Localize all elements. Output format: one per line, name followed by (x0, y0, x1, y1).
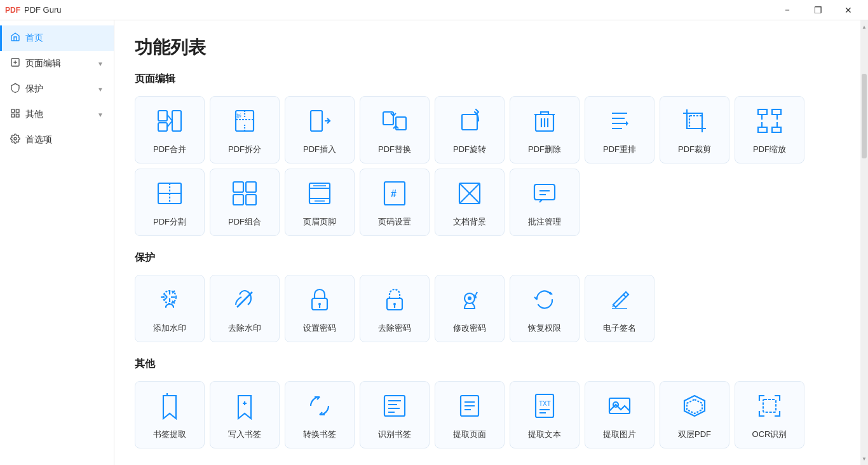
rotate-icon (456, 107, 484, 139)
feature-extract-text[interactable]: TXT 提取文本 (510, 381, 580, 448)
svg-rect-2 (16, 109, 19, 113)
window-controls: － ❐ ✕ (773, 0, 863, 20)
addwatermark-icon (156, 286, 184, 317)
arrow-icon: ▼ (97, 60, 104, 67)
changepassword-icon (456, 286, 484, 317)
svg-rect-14 (462, 115, 477, 130)
feature-label-identifybookmark: 识别书签 (378, 429, 411, 440)
app-title: PDF Guru (24, 5, 62, 15)
identifybookmark-icon (381, 392, 409, 424)
feature-label-extracttext: 提取文本 (528, 429, 561, 440)
svg-rect-36 (384, 396, 405, 416)
feature-ocr[interactable]: OCR识别 (735, 381, 804, 448)
feature-label-replace: PDF替换 (378, 144, 411, 155)
feature-label-duallayer: 双层PDF (678, 429, 711, 440)
main-container: 首页 页面编辑 ▼ 保护 ▼ 其他 ▼ 首选 (0, 20, 868, 465)
sidebar-item-home[interactable]: 首页 (0, 25, 114, 51)
svg-rect-6 (158, 111, 167, 121)
feature-set-password[interactable]: 设置密码 (285, 275, 355, 342)
page-title: 功能列表 (135, 36, 840, 60)
scrollbar: ▲ ▼ (860, 20, 868, 465)
insert-icon (306, 107, 334, 139)
svg-rect-1 (11, 109, 15, 113)
feature-label-zoom: PDF缩放 (753, 144, 786, 155)
home-icon (10, 32, 20, 45)
content-area: 功能列表 页面编辑 PDF合并 拆 PDF拆分 (114, 20, 860, 465)
feature-pdf-merge[interactable]: PDF合并 (135, 96, 205, 163)
pagenum-icon: # (381, 179, 409, 211)
feature-pdf-split[interactable]: 拆 PDF拆分 (210, 96, 280, 163)
sidebar-label-page-edit: 页面编辑 (25, 58, 61, 69)
feature-remove-password[interactable]: 去除密码 (360, 275, 430, 342)
setpassword-icon (306, 286, 334, 317)
feature-page-num[interactable]: # 页码设置 (360, 169, 430, 236)
feature-pdf-insert[interactable]: PDF插入 (285, 96, 355, 163)
crop-icon (681, 107, 709, 139)
feature-restore-rights[interactable]: 恢复权限 (510, 275, 580, 342)
esign-icon (606, 286, 634, 317)
feature-label-docbg: 文档背景 (453, 216, 486, 228)
feature-label-writebookmark: 写入书签 (228, 429, 261, 440)
feature-e-sign[interactable]: 电子签名 (585, 275, 654, 342)
replace-icon (381, 107, 409, 139)
edit-icon (10, 57, 20, 70)
zoom-icon (756, 107, 783, 139)
svg-rect-44 (763, 399, 776, 412)
feature-label-bookmarkextract: 书签提取 (153, 429, 186, 440)
feature-label-split: PDF拆分 (228, 144, 261, 155)
svg-rect-8 (172, 111, 181, 131)
arrow-other-icon: ▼ (97, 111, 104, 118)
restore-button[interactable]: ❐ (803, 0, 832, 20)
feature-change-password[interactable]: 修改密码 (435, 275, 505, 342)
feature-extract-image[interactable]: 提取图片 (585, 381, 654, 448)
svg-point-33 (393, 303, 396, 305)
feature-add-watermark[interactable]: 添加水印 (135, 275, 205, 342)
feature-pdf-rotate[interactable]: PDF旋转 (435, 96, 505, 163)
feature-doc-bg[interactable]: 文档背景 (435, 169, 505, 236)
feature-pdf-replace[interactable]: PDF替换 (360, 96, 430, 163)
svg-rect-11 (311, 111, 322, 131)
feature-pdf-delete[interactable]: PDF删除 (510, 96, 580, 163)
close-button[interactable]: ✕ (834, 0, 863, 20)
split-icon: 拆 (231, 107, 259, 139)
writebookmark-icon (231, 392, 259, 424)
svg-rect-22 (309, 183, 330, 204)
feature-annotation[interactable]: 批注管理 (510, 169, 580, 236)
feature-write-bookmark[interactable]: 写入书签 (210, 381, 280, 448)
feature-pdf-reorder[interactable]: PDF重排 (585, 96, 654, 163)
feature-extract-page[interactable]: 提取页面 (435, 381, 505, 448)
scrollbar-thumb[interactable] (862, 74, 867, 158)
sidebar-item-protect[interactable]: 保护 ▼ (0, 76, 114, 102)
sidebar-item-prefs[interactable]: 首选项 (0, 127, 114, 153)
scrollbar-down-btn[interactable]: ▼ (860, 454, 868, 464)
feature-pdf-zoom[interactable]: PDF缩放 (735, 96, 804, 163)
feature-identify-bookmark[interactable]: 识别书签 (360, 381, 430, 448)
minimize-button[interactable]: － (773, 0, 802, 20)
feature-label-pagenum: 页码设置 (378, 216, 411, 228)
section-page-editing: 页面编辑 PDF合并 拆 PDF拆分 (135, 73, 840, 236)
feature-bookmark-extract[interactable]: 书签提取 (135, 381, 205, 448)
svg-rect-28 (534, 184, 555, 200)
svg-point-31 (318, 303, 321, 305)
feature-label-removepassword: 去除密码 (378, 323, 411, 334)
feature-pdf-divide[interactable]: PDF分割 (135, 169, 205, 236)
feature-header-footer[interactable]: 页眉页脚 (285, 169, 355, 236)
extractpage-icon (456, 392, 484, 424)
svg-rect-18 (233, 182, 243, 192)
feature-label-rotate: PDF旋转 (453, 144, 486, 155)
svg-point-35 (468, 296, 471, 300)
feature-convert-bookmark[interactable]: 转换书签 (285, 381, 355, 448)
feature-pdf-crop[interactable]: PDF裁剪 (660, 96, 729, 163)
feature-label-convertbookmark: 转换书签 (303, 429, 336, 440)
feature-dual-layer[interactable]: 双层PDF (660, 381, 729, 448)
svg-rect-19 (246, 182, 256, 192)
sidebar-item-other[interactable]: 其他 ▼ (0, 102, 114, 127)
feature-label-extractpage: 提取页面 (453, 429, 486, 440)
scrollbar-area (860, 32, 868, 454)
section-title-other: 其他 (135, 357, 840, 371)
removewatermark-icon (231, 286, 259, 317)
sidebar-item-page-edit[interactable]: 页面编辑 ▼ (0, 51, 114, 76)
scrollbar-up-btn[interactable]: ▲ (860, 22, 868, 32)
feature-remove-watermark[interactable]: 去除水印 (210, 275, 280, 342)
feature-pdf-combine[interactable]: PDF组合 (210, 169, 280, 236)
